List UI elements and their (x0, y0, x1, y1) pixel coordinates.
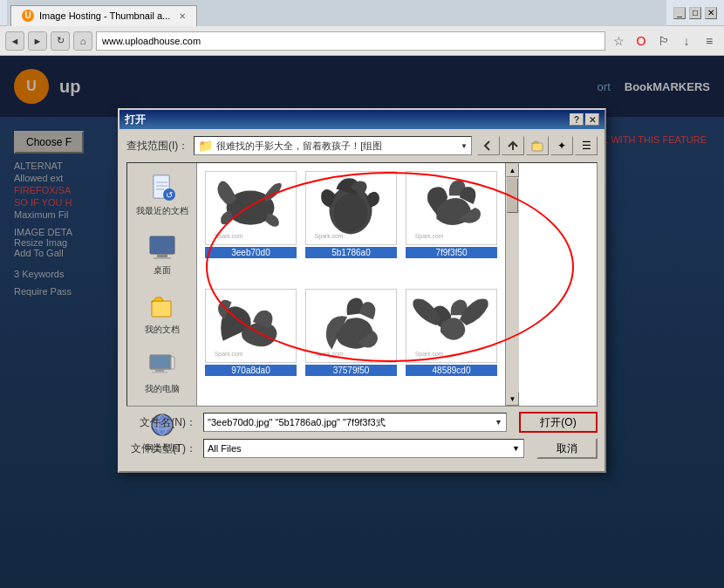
svg-text:Spark.com: Spark.com (415, 351, 444, 358)
dialog-close-btn[interactable]: ✕ (585, 113, 599, 126)
places-panel: ↺ 我最近的文档 (127, 163, 197, 406)
file-item[interactable]: Spark.com 7f9f3f50 (405, 170, 498, 281)
place-recent-docs[interactable]: ↺ 我最近的文档 (134, 170, 190, 219)
file-thumbnail-1: Spark.com (205, 171, 297, 245)
cancel-button[interactable]: 取消 (536, 438, 598, 459)
flag-icon[interactable]: 🏳 (654, 31, 673, 51)
title-bar: U Image Hosting - Thumbnail a... ✕ _ □ ✕ (0, 0, 724, 26)
recent-docs-label: 我最近的文档 (136, 205, 188, 217)
desktop-icon (147, 231, 178, 263)
browser-window: U Image Hosting - Thumbnail a... ✕ _ □ ✕… (0, 0, 724, 588)
dialog-help-btn[interactable]: ? (570, 113, 584, 126)
svg-rect-1 (532, 143, 543, 151)
desktop-label: 桌面 (154, 264, 171, 277)
place-my-pc[interactable]: 我的电脑 (143, 348, 181, 397)
file-name-4: 970a8da0 (205, 365, 297, 376)
file-item[interactable]: Spark.com 3eeb70d0 (204, 170, 297, 281)
filetype-arrow-icon: ▼ (512, 444, 520, 453)
website-background: U up ort BookMARKERS Choose F ALTERNAT A… (0, 56, 724, 588)
filename-dropdown-arrow: ▼ (495, 418, 502, 427)
file-item[interactable]: Spark.com 37579f50 (304, 288, 398, 399)
forward-button[interactable]: ► (28, 31, 47, 51)
toolbar-up-btn[interactable] (502, 136, 524, 155)
svg-rect-13 (152, 301, 171, 317)
download-icon[interactable]: ↓ (677, 31, 696, 51)
opera-icon[interactable]: O (632, 31, 651, 51)
toolbar-back-btn[interactable] (477, 136, 500, 155)
combo-arrow-icon: ▼ (461, 142, 468, 150)
file-name-6: 48589cd0 (406, 365, 497, 376)
filetype-combo[interactable]: All Files ▼ (203, 439, 524, 458)
folder-path-combo: 📁 很难找的手影大全，留着教孩子！[组图 ▼ (194, 136, 472, 155)
tab-close-btn[interactable]: ✕ (179, 11, 186, 21)
home-button[interactable]: ⌂ (73, 31, 92, 51)
dialog-bottom: 文件名(N)： "3eeb70d0.jpg" "5b1786a0.jpg" "7… (126, 407, 598, 459)
grid-scrollbar: ▲ ▼ (505, 163, 519, 406)
toolbar-view-btn[interactable]: ☰ (575, 136, 598, 155)
svg-rect-12 (154, 257, 171, 259)
filename-input[interactable]: "3eeb70d0.jpg" "5b1786a0.jpg" "7f9f3f3式 … (203, 413, 507, 432)
menu-icon[interactable]: ≡ (700, 31, 719, 51)
back-button[interactable]: ◄ (5, 31, 24, 51)
window-controls: _ □ ✕ (673, 7, 717, 19)
svg-text:Spark.com: Spark.com (415, 233, 444, 240)
browser-tab[interactable]: U Image Hosting - Thumbnail a... ✕ (10, 5, 197, 26)
maximize-btn[interactable]: □ (689, 7, 701, 19)
svg-rect-24 (231, 197, 270, 219)
file-name-1: 3eeb70d0 (205, 247, 297, 258)
filetype-value: All Files (208, 443, 242, 454)
filetype-row: 文件类型(T)： All Files ▼ 取消 (126, 438, 598, 459)
svg-rect-18 (171, 357, 174, 369)
svg-rect-15 (151, 356, 170, 368)
scroll-thumb[interactable] (507, 178, 518, 213)
filename-label: 文件名(N)： (126, 415, 196, 430)
dialog-titlebar: 打开 ? ✕ (120, 110, 604, 129)
nav-bar: ◄ ► ↻ ⌂ ☆ O 🏳 ↓ ≡ (0, 26, 724, 56)
file-name-5: 37579f50 (305, 365, 397, 376)
file-item[interactable]: Spark.com 5b1786a0 (304, 170, 398, 281)
toolbar-action-btns: ✦ ☰ (477, 136, 598, 155)
svg-rect-10 (150, 236, 174, 254)
file-thumbnail-4: Spark.com (205, 289, 297, 363)
place-my-docs[interactable]: 我的文档 (143, 289, 181, 338)
minimize-btn[interactable]: _ (673, 7, 686, 19)
svg-point-27 (333, 194, 367, 231)
dialog-title-buttons: ? ✕ (570, 113, 599, 126)
toolbar-newfolder-btn[interactable] (526, 136, 549, 155)
dialog-main-area: ↺ 我最近的文档 (126, 162, 598, 407)
folder-icon: 📁 (198, 139, 213, 153)
svg-text:Spark.com: Spark.com (215, 233, 243, 240)
tab-bar: U Image Hosting - Thumbnail a... ✕ (7, 0, 666, 26)
nav-icons: ☆ O 🏳 ↓ ≡ (609, 31, 719, 51)
scroll-down-btn[interactable]: ▼ (506, 392, 519, 406)
place-desktop[interactable]: 桌面 (145, 229, 180, 278)
scroll-up-btn[interactable]: ▲ (506, 163, 519, 177)
open-button[interactable]: 打开(O) (519, 412, 598, 433)
svg-rect-17 (152, 372, 167, 373)
svg-text:Spark.com: Spark.com (315, 351, 344, 358)
dialog-body: 查找范围(I)： 📁 很难找的手影大全，留着教孩子！[组图 ▼ (120, 129, 604, 471)
file-open-dialog: 打开 ? ✕ 查找范围(I)： 📁 (118, 108, 606, 473)
close-btn[interactable]: ✕ (705, 7, 717, 19)
dialog-overlay: 打开 ? ✕ 查找范围(I)： 📁 (0, 56, 724, 588)
my-docs-label: 我的文档 (145, 324, 180, 336)
svg-rect-16 (155, 369, 164, 372)
file-item[interactable]: Spark.com 48589cd0 (405, 288, 498, 399)
file-grid: Spark.com 3eeb70d0 (197, 163, 505, 406)
folder-combo-box[interactable]: 📁 很难找的手影大全，留着教孩子！[组图 ▼ (194, 136, 472, 155)
filename-value: "3eeb70d0.jpg" "5b1786a0.jpg" "7f9f3f3式 (208, 416, 386, 429)
toolbar-icon-btn[interactable]: ✦ (550, 136, 573, 155)
dialog-toolbar: 查找范围(I)： 📁 很难找的手影大全，留着教孩子！[组图 ▼ (126, 136, 598, 155)
scroll-track[interactable] (506, 177, 519, 392)
my-docs-icon (147, 291, 178, 322)
file-name-2: 5b1786a0 (305, 247, 397, 258)
file-item[interactable]: Spark.com 970a8da0 (204, 288, 297, 399)
toolbar-label: 查找范围(I)： (126, 139, 188, 154)
file-thumbnail-2: Spark.com (305, 171, 397, 245)
folder-path-text: 很难找的手影大全，留着教孩子！[组图 (216, 140, 457, 153)
address-bar[interactable] (96, 31, 605, 51)
file-grid-container: Spark.com 3eeb70d0 (197, 163, 597, 406)
svg-text:Spark.com: Spark.com (215, 351, 243, 358)
star-icon[interactable]: ☆ (609, 31, 628, 51)
refresh-button[interactable]: ↻ (51, 31, 70, 51)
